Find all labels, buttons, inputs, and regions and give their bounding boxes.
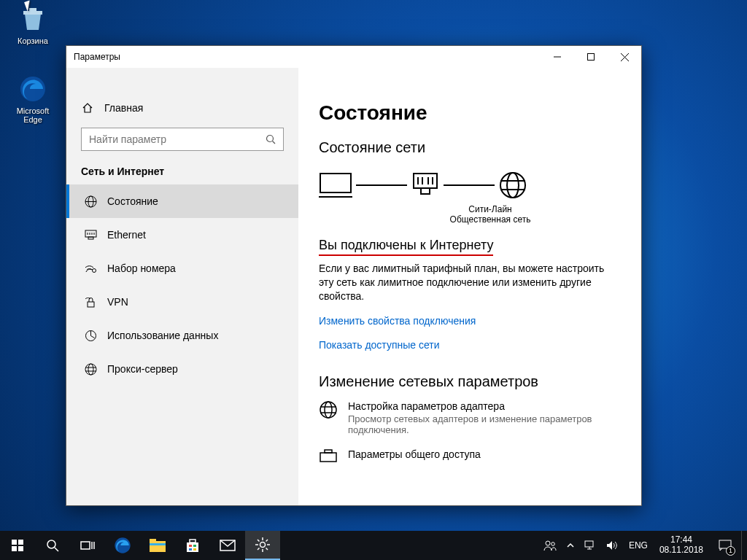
- show-desktop-button[interactable]: [741, 531, 746, 560]
- svg-rect-19: [88, 302, 94, 307]
- home-icon: [81, 101, 94, 114]
- svg-rect-42: [320, 453, 336, 462]
- svg-point-38: [320, 402, 336, 418]
- svg-rect-55: [150, 539, 156, 542]
- globe-grid-icon: [84, 195, 97, 208]
- internet-icon: [498, 171, 527, 200]
- nav-ethernet[interactable]: Ethernet: [66, 218, 298, 252]
- router-icon: [411, 172, 440, 198]
- svg-line-70: [266, 548, 268, 551]
- svg-point-73: [546, 541, 550, 545]
- edge-icon: [18, 74, 47, 104]
- nav-dialup[interactable]: Набор номера: [66, 252, 298, 285]
- taskbar-app-edge[interactable]: [105, 531, 140, 560]
- nav-item-label: Ethernet: [107, 229, 146, 241]
- link-change-connection-properties[interactable]: Изменить свойства подключения: [319, 315, 476, 327]
- svg-rect-62: [193, 548, 196, 551]
- start-button[interactable]: [0, 531, 35, 560]
- close-button[interactable]: [608, 46, 641, 68]
- svg-rect-54: [150, 541, 166, 552]
- svg-point-35: [507, 173, 519, 198]
- tray-action-center[interactable]: 1: [711, 531, 740, 560]
- svg-rect-4: [588, 54, 595, 61]
- tray-people-icon[interactable]: [539, 531, 561, 560]
- svg-rect-75: [585, 541, 593, 547]
- search-icon: [266, 134, 276, 144]
- nav-item-label: Набор номера: [107, 262, 176, 274]
- page-heading: Состояние: [319, 101, 621, 125]
- sidebar: Главная Сеть и Интернет Состояние: [66, 68, 298, 505]
- taskbar-app-mail[interactable]: [210, 531, 245, 560]
- desktop-icon-label: Корзина: [7, 36, 58, 45]
- taskbar-app-explorer[interactable]: [140, 531, 175, 560]
- dialup-icon: [84, 262, 97, 275]
- option-adapter-settings[interactable]: Настройка параметров адаптера Просмотр с…: [319, 400, 621, 435]
- task-view-button[interactable]: [70, 531, 105, 560]
- svg-point-18: [92, 269, 96, 273]
- svg-rect-46: [12, 546, 17, 551]
- svg-point-39: [325, 402, 332, 418]
- content-pane: Состояние Состояние сети Си: [298, 68, 641, 505]
- tray-chevron-up-icon[interactable]: [562, 531, 578, 560]
- ethernet-icon: [84, 228, 97, 241]
- svg-point-34: [500, 173, 525, 198]
- svg-rect-0: [23, 11, 42, 15]
- network-diagram: [319, 171, 621, 200]
- desktop: Корзина Microsoft Edge Параметры: [0, 0, 747, 560]
- tray-volume-icon[interactable]: [602, 531, 623, 560]
- nav-home-label: Главная: [104, 102, 143, 114]
- tray-language[interactable]: ENG: [624, 531, 652, 560]
- svg-rect-43: [325, 450, 332, 453]
- svg-point-22: [88, 364, 93, 375]
- nav-proxy[interactable]: Прокси-сервер: [66, 352, 298, 386]
- connection-status-desc: Если у вас лимитный тарифный план, вы мо…: [319, 262, 621, 303]
- tray-time: 17:44: [659, 535, 703, 545]
- system-tray: ENG 17:44 08.11.2018 1: [539, 531, 747, 560]
- desktop-icon-edge[interactable]: Microsoft Edge: [7, 74, 58, 124]
- option-title: Параметры общего доступа: [348, 448, 481, 460]
- svg-rect-45: [18, 540, 23, 545]
- nav-vpn[interactable]: VPN: [66, 285, 298, 319]
- tray-clock[interactable]: 17:44 08.11.2018: [654, 535, 709, 556]
- notification-badge: 1: [726, 546, 735, 556]
- svg-line-69: [258, 540, 260, 542]
- sidebar-section-title: Сеть и Интернет: [66, 166, 298, 184]
- svg-line-72: [266, 540, 268, 542]
- svg-point-7: [267, 136, 274, 142]
- svg-point-74: [551, 542, 555, 546]
- svg-rect-59: [189, 545, 192, 547]
- taskbar-app-store[interactable]: [175, 531, 210, 560]
- desktop-icon-recycle-bin[interactable]: Корзина: [7, 4, 58, 45]
- maximize-button[interactable]: [574, 46, 608, 68]
- svg-rect-28: [421, 188, 430, 194]
- nav-item-label: Состояние: [107, 195, 158, 207]
- section-heading: Состояние сети: [319, 139, 621, 156]
- svg-rect-12: [85, 230, 96, 237]
- svg-rect-57: [187, 542, 198, 552]
- sharing-icon: [319, 448, 338, 464]
- link-show-available-networks[interactable]: Показать доступные сети: [319, 339, 440, 351]
- titlebar[interactable]: Параметры: [66, 46, 641, 68]
- nav-home[interactable]: Главная: [66, 101, 298, 128]
- taskbar-search-button[interactable]: [35, 531, 70, 560]
- connection-status-title: Вы подключены к Интернету: [319, 238, 493, 256]
- taskbar-app-settings[interactable]: [245, 531, 280, 560]
- nav-item-label: Использование данных: [107, 330, 218, 341]
- pc-icon: [319, 172, 352, 198]
- network-caption: Сити-Лайн Общественная сеть: [392, 204, 589, 225]
- section-heading-change-params: Изменение сетевых параметров: [319, 373, 621, 390]
- option-sharing-settings[interactable]: Параметры общего доступа: [319, 448, 621, 464]
- taskbar: ENG 17:44 08.11.2018 1: [0, 531, 747, 560]
- tray-network-icon[interactable]: [580, 531, 600, 560]
- globe-icon: [84, 362, 97, 376]
- search-input[interactable]: [89, 133, 266, 145]
- svg-point-48: [47, 540, 55, 548]
- minimize-button[interactable]: [541, 46, 574, 68]
- option-desc: Просмотр сетевых адаптеров и изменение п…: [348, 413, 621, 435]
- svg-line-71: [258, 548, 260, 551]
- search-box[interactable]: [81, 128, 284, 151]
- svg-rect-50: [81, 542, 90, 549]
- nav-data-usage[interactable]: Использование данных: [66, 319, 298, 352]
- data-usage-icon: [84, 329, 97, 342]
- nav-status[interactable]: Состояние: [66, 184, 298, 218]
